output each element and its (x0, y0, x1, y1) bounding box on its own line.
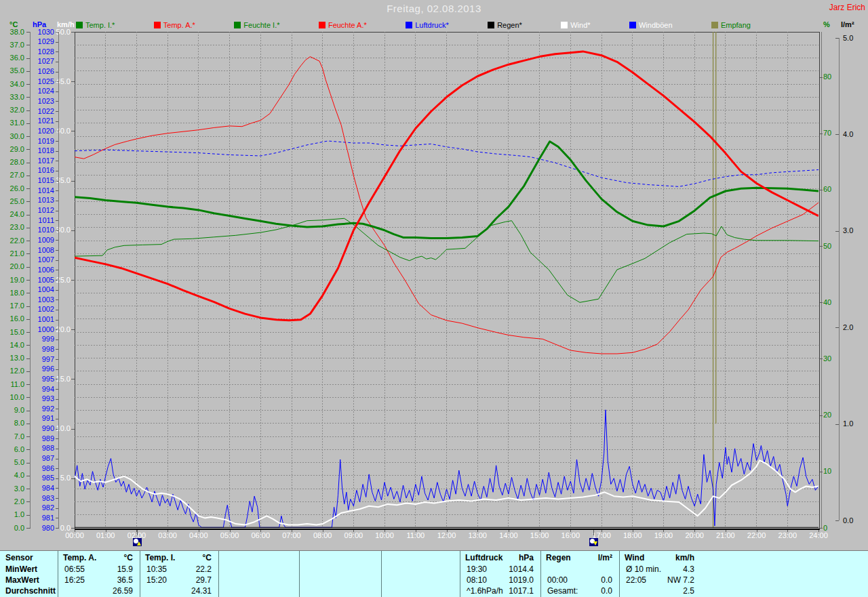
y-axis-label-celsius: 28.0 (4, 159, 24, 166)
y-axis-label-hpa: 992 (33, 405, 54, 413)
y-axis-label-kmh: 45.0 (50, 78, 71, 85)
y-axis-label-celsius: 29.0 (4, 146, 24, 153)
legend-item-regen[interactable]: Regen* (488, 21, 522, 29)
legend: Temp. I.*Temp. A.*Feuchte I.*Feuchte A.*… (76, 20, 751, 30)
y-axis-label-lm2: 2.0 (843, 324, 863, 331)
table-value-temp_a: 15.9 (58, 565, 133, 574)
x-axis-label: 12:00 (433, 531, 461, 539)
y-axis-label-kmh: 20.0 (50, 326, 71, 333)
y-axis-label-celsius: 16.0 (4, 315, 24, 323)
y-axis-label-hpa: 1006 (33, 266, 54, 274)
y-axis-label-celsius: 12.0 (4, 367, 24, 375)
table-value-luftdruck: 1017.1 (460, 587, 534, 596)
table-value-temp_i: 22.2 (140, 565, 212, 574)
table-unit-temp_a: °C (58, 554, 133, 562)
table-row-label: Sensor (5, 554, 33, 562)
y-axis-label-celsius: 38.0 (4, 28, 24, 36)
table-value-luftdruck: 1019.0 (460, 576, 534, 585)
y-axis-tick-lm2 (835, 134, 839, 135)
y-axis-label-hpa: 1016 (33, 167, 54, 174)
table-value-temp_i: 24.31 (140, 587, 212, 596)
y-axis-label-hpa: 996 (33, 365, 54, 373)
legend-item-feuchtea[interactable]: Feuchte A.* (319, 21, 367, 29)
y-axis-label-percent: 70 (823, 129, 840, 137)
legend-label: Windböen (639, 21, 673, 29)
y-axis-label-lm2: 1.0 (843, 420, 863, 428)
legend-item-windben[interactable]: Windböen (629, 21, 673, 29)
table-unit-wind: km/h (619, 554, 694, 562)
y-axis-label-hpa: 1019 (33, 138, 54, 145)
y-axis-label-celsius: 36.0 (4, 54, 24, 62)
legend-label: Temp. A.* (163, 21, 195, 29)
table-unit-temp_i: °C (140, 554, 212, 562)
legend-item-tempi[interactable]: Temp. I.* (76, 21, 115, 29)
y-axis-label-celsius: 37.0 (4, 41, 24, 49)
y-axis-label-celsius: 13.0 (4, 354, 24, 362)
y-axis-label-celsius: 25.0 (4, 198, 24, 205)
y-axis-label-percent: 30 (823, 355, 840, 363)
legend-item-luftdruck[interactable]: Luftdruck* (406, 21, 449, 29)
legend-item-wind[interactable]: Wind* (561, 21, 590, 29)
celsius-axis-line (30, 32, 31, 528)
arrow-up-icon (137, 541, 141, 545)
legend-swatch-icon (154, 22, 161, 28)
y-axis-label-hpa: 1013 (33, 197, 54, 204)
table-unit-regen: l/m² (540, 554, 612, 562)
x-axis-label: 15:00 (526, 531, 554, 539)
y-axis-label-celsius: 11.0 (4, 381, 24, 388)
y-axis-label-hpa: 1018 (33, 147, 54, 155)
legend-swatch-icon (319, 22, 326, 28)
y-axis-label-hpa: 1012 (33, 207, 54, 214)
y-axis-label-celsius: 1.0 (4, 511, 24, 518)
y-axis-label-kmh: 0.0 (50, 524, 71, 532)
watermark-author: Jarz Erich (829, 3, 865, 12)
x-axis-label: 05:00 (216, 531, 244, 539)
y-axis-label-hpa: 1026 (33, 68, 54, 75)
y-axis-label-hpa: 983 (33, 495, 54, 502)
x-axis-label: 18:00 (618, 531, 647, 539)
y-axis-label-hpa: 986 (33, 465, 54, 472)
liters-axis-unit: l/m² (841, 20, 854, 28)
y-axis-label-hpa: 997 (33, 356, 54, 363)
table-value-regen: 0.0 (540, 587, 612, 596)
y-axis-label-celsius: 33.0 (4, 94, 24, 101)
y-axis-label-kmh: 30.0 (50, 226, 71, 234)
x-axis-label: 14:00 (494, 531, 523, 539)
y-axis-label-celsius: 5.0 (4, 459, 24, 466)
y-axis-label-hpa: 1007 (33, 256, 54, 264)
table-value-temp_i: 29.7 (140, 576, 212, 585)
table-unit-luftdruck: hPa (460, 554, 534, 562)
x-axis-label: 16:00 (556, 531, 585, 539)
y-axis-label-hpa: 1004 (33, 286, 54, 293)
moon-rise-icon (133, 538, 142, 546)
legend-item-feuchtei[interactable]: Feuchte I.* (234, 21, 279, 29)
table-value-wind: 2.5 (619, 587, 694, 596)
y-axis-label-celsius: 24.0 (4, 211, 24, 218)
y-axis-label-hpa: 1014 (33, 187, 54, 194)
y-axis-label-celsius: 19.0 (4, 276, 24, 284)
legend-swatch-icon (711, 22, 718, 28)
legend-label: Temp. I.* (85, 21, 115, 29)
y-axis-label-celsius: 14.0 (4, 342, 24, 349)
legend-item-tempa[interactable]: Temp. A.* (154, 21, 195, 29)
table-value-wind: 4.3 (619, 565, 694, 574)
y-axis-label-lm2: 5.0 (843, 35, 863, 42)
y-axis-label-celsius: 32.0 (4, 106, 24, 114)
y-axis-label-celsius: 31.0 (4, 119, 24, 127)
legend-item-empfang[interactable]: Empfang (711, 21, 751, 29)
y-axis-label-hpa: 981 (33, 514, 54, 522)
table-row-label: MaxWert (5, 576, 39, 585)
y-axis-tick-lm2 (835, 231, 839, 232)
y-axis-label-celsius: 15.0 (4, 329, 24, 336)
y-axis-label-kmh: 25.0 (50, 276, 71, 284)
y-axis-label-hpa: 1027 (33, 58, 54, 65)
y-axis-label-celsius: 2.0 (4, 498, 24, 506)
y-axis-label-hpa: 1011 (33, 217, 54, 224)
y-axis-label-hpa: 1023 (33, 98, 54, 105)
x-axis-label: 11:00 (401, 531, 430, 539)
y-axis-label-hpa: 1022 (33, 108, 54, 115)
y-axis-label-percent: 40 (823, 299, 840, 306)
table-row-label: MinWert (5, 565, 37, 574)
table-column-divider (381, 551, 382, 597)
table-value-temp_a: 26.59 (58, 587, 133, 596)
